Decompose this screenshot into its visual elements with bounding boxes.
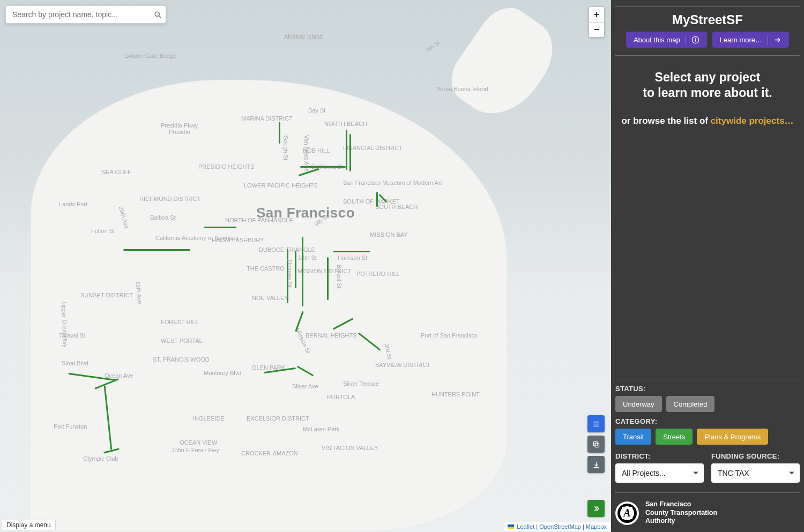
footer-line2: County Transportation xyxy=(645,509,717,518)
map-attribution: Leaflet | OpenStreetMap | Mapbox xyxy=(504,522,610,531)
project-line[interactable] xyxy=(279,122,280,144)
hero-line1: Select any project xyxy=(655,70,761,84)
map-label: SEA CLIFF xyxy=(102,169,131,175)
learn-label: Learn more… xyxy=(720,36,762,44)
funding-value: TNC TAX xyxy=(718,469,749,477)
leaflet-link[interactable]: Leaflet xyxy=(517,523,534,530)
map-label: NORTH OF PANHANDLE xyxy=(225,217,293,223)
map-label: VISITACION VALLEY xyxy=(322,445,378,451)
district-label: DISTRICT: xyxy=(615,452,704,460)
panel-collapse-button[interactable] xyxy=(587,500,605,517)
category-chip-plans-programs[interactable]: Plans & Programs xyxy=(697,429,768,445)
browse-prefix: or browse the list of xyxy=(621,116,710,126)
flag-icon xyxy=(508,524,514,529)
zoom-out-button[interactable]: − xyxy=(589,22,604,37)
map-label: BAYVIEW DISTRICT xyxy=(375,362,430,368)
citywide-projects-link[interactable]: citywide projects… xyxy=(711,116,794,126)
zoom-in-button[interactable]: + xyxy=(589,7,604,22)
map-label: RICHMOND DISTRICT xyxy=(139,196,200,202)
copy-button[interactable] xyxy=(587,436,605,453)
map-label: Silver Ave xyxy=(292,383,318,389)
map-label: Silver Terrace xyxy=(343,380,379,387)
svg-rect-8 xyxy=(695,39,695,41)
project-line[interactable] xyxy=(123,249,190,251)
map-label: EXCELSIOR DISTRICT xyxy=(247,415,309,422)
map-label: NORTH BEACH xyxy=(324,121,367,127)
download-button[interactable] xyxy=(587,456,605,473)
category-chip-streets[interactable]: Streets xyxy=(656,429,693,445)
app-title: MyStreetSF xyxy=(615,12,800,27)
map-label: Fulton St xyxy=(91,228,115,234)
map-label: FOREST HILL xyxy=(161,319,199,325)
map-label: PORTOLA xyxy=(327,394,355,400)
hero-line2: to learn more about it. xyxy=(643,86,772,100)
about-button[interactable]: About this map xyxy=(626,32,707,48)
layers-button[interactable] xyxy=(587,415,605,432)
osm-link[interactable]: OpenStreetMap xyxy=(539,523,581,530)
svg-rect-9 xyxy=(695,38,695,38)
map-label: FINANCIAL DISTRICT xyxy=(343,145,403,151)
promo-block: Select any project to learn more about i… xyxy=(615,60,800,130)
svg-point-0 xyxy=(155,12,159,16)
district-value: All Projects... xyxy=(622,469,666,477)
search-input[interactable] xyxy=(6,10,150,19)
project-line[interactable] xyxy=(346,130,347,170)
project-line[interactable] xyxy=(376,192,378,207)
map-label: 16th St xyxy=(298,254,317,261)
map-label: Bryant St xyxy=(336,264,343,288)
project-line[interactable] xyxy=(287,260,288,303)
funding-select[interactable]: TNC TAX xyxy=(711,463,800,483)
map-surface[interactable]: San Francisco Alcatraz IslandGolden Gate… xyxy=(0,0,611,532)
project-line[interactable] xyxy=(300,166,346,168)
chevron-down-icon xyxy=(693,472,698,475)
map-label: ST. FRANCIS WOOD xyxy=(153,356,210,363)
map-label: Harrison St xyxy=(338,254,367,261)
funding-label: FUNDING SOURCE: xyxy=(711,452,800,460)
footer-line3: Authority xyxy=(645,517,717,526)
project-line[interactable] xyxy=(295,251,296,288)
map-label: HAIGHT-ASHBURY xyxy=(212,237,264,243)
status-chip-underway[interactable]: Underway xyxy=(615,396,662,412)
panel-footer: A San Francisco County Transportation Au… xyxy=(615,500,800,526)
project-line[interactable] xyxy=(204,227,236,228)
arrow-right-icon xyxy=(773,36,781,44)
agency-logo: A xyxy=(615,501,639,525)
status-chip-completed[interactable]: Completed xyxy=(666,396,715,412)
map-label: San Francisco Museum of Modern Art xyxy=(343,179,442,186)
map-label: LOWER PACIFIC HEIGHTS xyxy=(244,182,318,189)
map-landmass xyxy=(31,80,507,532)
project-line[interactable] xyxy=(327,257,329,300)
search-icon[interactable] xyxy=(150,11,166,19)
zoom-control: + − xyxy=(589,6,605,38)
svg-rect-5 xyxy=(595,443,599,447)
map-label: Presidio Pkwy xyxy=(161,122,198,129)
map-label: POTRERO HILL xyxy=(356,271,400,277)
project-line[interactable] xyxy=(287,249,288,260)
chevron-down-icon xyxy=(789,472,794,475)
map-label: MISSION BAY xyxy=(370,231,408,238)
project-line[interactable] xyxy=(333,251,370,252)
side-tool-strip xyxy=(587,415,605,473)
map-label: SOUTH BEACH xyxy=(375,204,418,210)
district-select[interactable]: All Projects... xyxy=(615,463,704,483)
map-label: Ocean Ave xyxy=(105,372,133,379)
map-label: Balboa St xyxy=(150,214,176,221)
map-label: Sloat Blvd xyxy=(62,360,88,366)
map-container[interactable]: San Francisco Alcatraz IslandGolden Gate… xyxy=(0,0,611,532)
map-label: NOE VALLEY xyxy=(252,295,288,301)
project-line[interactable] xyxy=(349,134,351,171)
map-label: MARINA DISTRICT xyxy=(241,115,293,122)
map-label: INGLESIDE xyxy=(193,415,225,422)
map-label: Gough St xyxy=(282,136,289,160)
project-line[interactable] xyxy=(302,237,303,306)
mapbox-link[interactable]: Mapbox xyxy=(586,523,607,530)
footer-line1: San Francisco xyxy=(645,500,717,509)
category-label: CATEGORY: xyxy=(615,417,800,425)
map-label: Olympic Club xyxy=(83,455,118,462)
search-box[interactable] xyxy=(5,5,166,24)
map-label: Port of San Francisco xyxy=(421,332,478,339)
svg-line-1 xyxy=(159,16,161,18)
info-icon xyxy=(691,36,699,44)
category-chip-transit[interactable]: Transit xyxy=(615,429,651,445)
learn-more-button[interactable]: Learn more… xyxy=(712,32,789,48)
